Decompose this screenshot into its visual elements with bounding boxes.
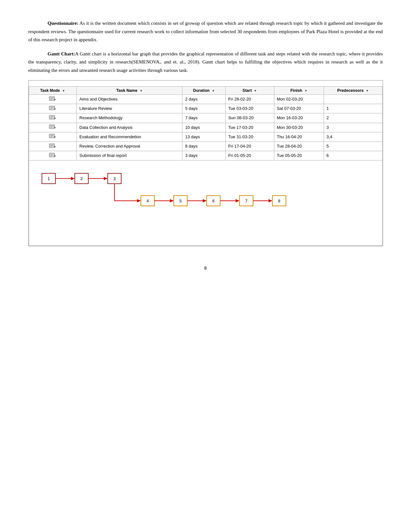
predecessors-cell: 3,4 — [324, 132, 382, 141]
finish-cell: Thu 16-04-20 — [274, 132, 324, 141]
gantt-diagram-svg: 1 2 3 4 — [42, 170, 268, 218]
duration-cell: 7 days — [182, 113, 225, 123]
predecessors-cell: 6 — [324, 151, 382, 160]
duration-cell: 3 days — [182, 151, 225, 160]
th-task-mode[interactable]: Task Mode ▼ — [29, 87, 77, 95]
diagram-arrowhead-6-7 — [236, 199, 240, 202]
diagram-arrowhead-7-8 — [269, 199, 272, 202]
diagram-label-7: 7 — [245, 198, 247, 203]
task-name-cell: Evaluation and Recommendetion — [77, 132, 182, 141]
th-task-name-dropdown[interactable]: ▼ — [140, 89, 143, 92]
task-mode-icon — [49, 106, 56, 111]
start-cell: Tue 17-03-20 — [225, 123, 274, 132]
table-row: Review, Correction and Approval8 daysFri… — [29, 141, 382, 151]
gantt-text: A Gantt chart is a horizontal bar graph … — [28, 51, 383, 73]
th-task-name[interactable]: Task Name ▼ — [77, 87, 182, 95]
task-mode-cell — [29, 132, 77, 141]
diagram-label-6: 6 — [212, 198, 214, 203]
gantt-diagram-wrapper: 1 2 3 4 — [29, 160, 383, 246]
task-mode-cell — [29, 141, 77, 151]
th-start-dropdown[interactable]: ▼ — [254, 89, 257, 92]
task-mode-cell — [29, 104, 77, 113]
diagram-arrowhead-4-5 — [170, 199, 174, 202]
task-name-cell: Submission of final report — [77, 151, 182, 160]
th-task-name-label: Task Name — [116, 88, 137, 93]
diagram-label-2: 2 — [80, 176, 83, 181]
task-mode-icon — [49, 134, 56, 140]
task-mode-icon — [49, 115, 56, 121]
table-row: Research Methodology7 daysSun 08-03-20Mo… — [29, 113, 382, 123]
duration-cell: 2 days — [182, 95, 225, 104]
predecessors-cell: 2 — [324, 113, 382, 123]
th-predecessors-label: Predecessors — [337, 88, 364, 93]
diagram-arrowhead-1-2 — [71, 177, 75, 180]
th-predecessors-dropdown[interactable]: ▼ — [366, 89, 369, 92]
start-cell: Fri 28-02-20 — [225, 95, 274, 104]
predecessors-cell — [324, 95, 382, 104]
questionnaire-text: As it is the written document which cons… — [28, 21, 383, 42]
duration-cell: 10 days — [182, 123, 225, 132]
th-finish-label: Finish — [290, 88, 302, 93]
diagram-label-8: 8 — [278, 198, 280, 203]
th-finish-dropdown[interactable]: ▼ — [304, 89, 308, 92]
gantt-table-diagram-container: Task Mode ▼ Task Name ▼ Duration ▼ Sta — [28, 80, 383, 246]
diagram-label-3: 3 — [113, 176, 115, 181]
finish-cell: Mon 30-03-20 — [274, 123, 324, 132]
task-name-cell: Research Methodology — [77, 113, 182, 123]
table-row: Evaluation and Recommendetion13 daysTue … — [29, 132, 382, 141]
table-row: Data Collection and Analysis10 daysTue 1… — [29, 123, 382, 132]
finish-cell: Tue 28-04-20 — [274, 141, 324, 151]
questionnaire-paragraph: Questionnaire: As it is the written docu… — [28, 19, 383, 44]
th-duration-dropdown[interactable]: ▼ — [212, 89, 215, 92]
task-name-cell: Review, Correction and Approval — [77, 141, 182, 151]
th-predecessors[interactable]: Predecessors ▼ — [324, 87, 382, 95]
start-cell: Tue 31-03-20 — [225, 132, 274, 141]
th-task-mode-label: Task Mode — [40, 88, 60, 93]
th-finish[interactable]: Finish ▼ — [274, 87, 324, 95]
finish-cell: Mon 02-03-20 — [274, 95, 324, 104]
th-task-mode-dropdown[interactable]: ▼ — [62, 89, 65, 92]
task-mode-icon — [49, 153, 56, 159]
task-mode-cell — [29, 95, 77, 104]
gantt-paragraph: Gantt Chart:A Gantt chart is a horizonta… — [28, 50, 383, 75]
th-duration[interactable]: Duration ▼ — [182, 87, 225, 95]
table-row: Literature Review5 daysTue 03-03-20Sat 0… — [29, 104, 382, 113]
finish-cell: Mon 16-03-20 — [274, 113, 324, 123]
th-start-label: Start — [242, 88, 251, 93]
start-cell: Sun 08-03-20 — [225, 113, 274, 123]
task-name-cell: Aims and Objectives — [77, 95, 182, 104]
task-mode-icon — [49, 96, 56, 102]
diagram-label-1: 1 — [47, 176, 50, 181]
questionnaire-label: Questionnaire: — [48, 21, 79, 26]
predecessors-cell: 3 — [324, 123, 382, 132]
gantt-label: Gantt Chart: — [48, 51, 75, 56]
start-cell: Tue 03-03-20 — [225, 104, 274, 113]
start-cell: Fri 01-05-20 — [225, 151, 274, 160]
table-row: Aims and Objectives2 daysFri 28-02-20Mon… — [29, 95, 382, 104]
duration-cell: 5 days — [182, 104, 225, 113]
gantt-table-wrapper: Task Mode ▼ Task Name ▼ Duration ▼ Sta — [29, 86, 383, 160]
duration-cell: 8 days — [182, 141, 225, 151]
task-mode-cell — [29, 113, 77, 123]
predecessors-cell: 5 — [324, 141, 382, 151]
diagram-arrowhead-2-3 — [104, 177, 108, 180]
finish-cell: Tue 05-05-20 — [274, 151, 324, 160]
diagram-arrowhead-3-4 — [137, 199, 141, 202]
task-mode-icon — [49, 124, 56, 130]
task-mode-cell — [29, 123, 77, 132]
task-name-cell: Literature Review — [77, 104, 182, 113]
page-content: Questionnaire: As it is the written docu… — [28, 19, 383, 271]
gantt-table: Task Mode ▼ Task Name ▼ Duration ▼ Sta — [29, 86, 383, 160]
start-cell: Fri 17-04-20 — [225, 141, 274, 151]
diagram-label-4: 4 — [146, 198, 149, 203]
diagram-label-5: 5 — [179, 198, 181, 203]
finish-cell: Sat 07-03-20 — [274, 104, 324, 113]
task-name-cell: Data Collection and Analysis — [77, 123, 182, 132]
task-mode-cell — [29, 151, 77, 160]
th-start[interactable]: Start ▼ — [225, 87, 274, 95]
th-duration-label: Duration — [193, 88, 210, 93]
diagram-arrowhead-5-6 — [203, 199, 207, 202]
page-number: 8 — [28, 266, 383, 271]
task-mode-icon — [49, 143, 56, 149]
table-row: Submission of final report3 daysFri 01-0… — [29, 151, 382, 160]
